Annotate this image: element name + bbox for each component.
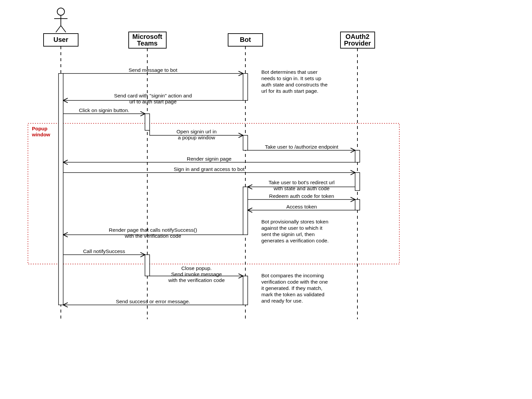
activation-oauth-3	[355, 200, 360, 210]
msg-m12: Call notifySuccess	[83, 248, 125, 254]
msg-m4-l1: Open signin url in	[177, 129, 217, 134]
activation-bot-4	[243, 276, 248, 305]
actor-icon	[54, 8, 67, 32]
sequence-diagram: Popup window User Microsoft Teams Bot OA…	[0, 0, 532, 399]
note3-l4: mark the token as validated	[261, 292, 325, 297]
svg-line-4	[61, 26, 66, 32]
lane-teams-label-2: Teams	[137, 40, 158, 47]
lane-bot-label: Bot	[240, 36, 251, 43]
msg-m8-l1: Take user to bot's redirect url	[269, 180, 335, 185]
msg-m13-l1: Close popup.	[181, 265, 211, 271]
msg-m7: Sign in and grant access to bot	[174, 166, 245, 172]
popup-box	[28, 123, 399, 264]
msg-m1: Send message to bot	[129, 67, 178, 73]
note3-l3: it generated. If they match,	[261, 285, 323, 291]
note2-l3: sent the signin url, then	[261, 231, 315, 237]
popup-label-l1: Popup	[32, 126, 48, 131]
lane-oauth-label-1: OAuth2	[345, 33, 369, 40]
msg-m3: Click on signin button.	[79, 107, 129, 113]
svg-point-0	[57, 8, 65, 15]
note3-l2: verification code with the one	[261, 279, 328, 285]
activation-bot-3	[243, 187, 248, 235]
note2-l1: Bot provisionally stores token	[261, 219, 329, 224]
msg-m4-l2: a popup window	[178, 135, 215, 140]
activation-oauth-2	[355, 173, 360, 191]
note1-l3: auth state and constructs the	[261, 82, 328, 87]
msg-m10: Access token	[286, 204, 317, 209]
lane-teams-label-1: Microsoft	[132, 33, 162, 40]
note3-l5: and ready for use.	[261, 298, 303, 304]
activation-teams-2	[145, 255, 150, 276]
lane-oauth-label-2: Provider	[344, 40, 371, 47]
note1-l1: Bot determines that user	[261, 69, 318, 75]
msg-m13-l2: Send invoke message	[171, 271, 222, 277]
msg-m13-l3: with the verification code	[168, 277, 225, 283]
msg-m14: Send success or error message.	[116, 299, 190, 304]
msg-m8-l2: with state and auth code	[273, 186, 330, 191]
note1-l2: needs to sign in. It sets up	[261, 75, 321, 81]
msg-m2-l2: url to auth start page	[129, 99, 177, 104]
msg-m9: Redeem auth code for token	[269, 193, 334, 199]
activation-teams-1	[145, 114, 150, 130]
msg-m11-l2: with the verification code	[124, 233, 181, 239]
msg-m2-l1: Send card with "signin" action and	[114, 93, 192, 98]
note2-l2: against the user to which it	[261, 225, 323, 231]
svg-line-3	[56, 26, 61, 32]
msg-m6: Render signin page	[187, 156, 231, 162]
note1-l4: url for its auth start page.	[261, 88, 318, 94]
activation-oauth-1	[355, 150, 360, 162]
activation-bot-2	[243, 135, 248, 150]
lane-user-label: User	[54, 36, 68, 43]
note2-l4: generates a verification code.	[261, 238, 329, 243]
note3-l1: Bot compares the incoming	[261, 273, 324, 278]
activation-bot-1	[243, 73, 248, 100]
popup-label-l2: window	[32, 132, 50, 137]
msg-m5: Take user to /authorize endpoint	[265, 144, 338, 150]
msg-m11-l1: Render page that calls notifySuccess()	[109, 227, 197, 233]
activation-user	[59, 73, 63, 305]
